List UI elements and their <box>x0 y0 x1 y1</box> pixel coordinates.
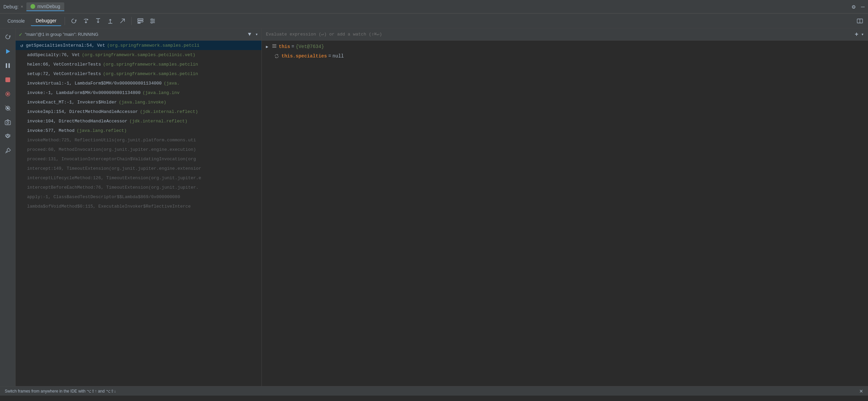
toolbar-separator-2 <box>131 17 132 25</box>
frame-item[interactable]: invokeExact_MT:-1, Invokers$Holder (java… <box>16 97 261 107</box>
tab-label: mvnDebug <box>37 4 60 9</box>
frame-item[interactable]: lambda$ofVoidMethod$0:115, ExecutableInv… <box>16 202 261 211</box>
frame-item[interactable]: setup:72, VetControllerTests (org.spring… <box>16 69 261 78</box>
sidebar-stop-icon[interactable] <box>2 74 13 85</box>
frame-method: invoke:104, DirectMethodHandleAccessor <box>27 119 127 124</box>
debug-tab[interactable]: mvnDebug <box>26 2 64 11</box>
svg-point-27 <box>7 122 9 124</box>
svg-rect-30 <box>272 44 276 45</box>
frames-button[interactable] <box>135 16 146 26</box>
step-over-button[interactable] <box>81 16 91 26</box>
step-into-button[interactable] <box>93 16 104 26</box>
frame-item[interactable]: apply:-1, ClassBasedTestDescriptor$$Lamb… <box>16 192 261 202</box>
sidebar-camera-icon[interactable] <box>2 117 13 128</box>
svg-rect-20 <box>5 77 10 82</box>
svg-rect-7 <box>138 21 143 22</box>
top-bar: Debug: ✕ mvnDebug ⚙ — <box>0 0 868 14</box>
frames-list[interactable]: ↺ getSpecialtiesInternal:54, Vet (org.sp… <box>16 41 261 386</box>
tab-console[interactable]: Console <box>3 16 29 26</box>
frame-method-muted: interceptLifecycleMethod:126, TimeoutExt… <box>27 175 149 181</box>
frame-item[interactable]: intercept:149, TimeoutExtension (org.jun… <box>16 164 261 173</box>
thread-header: ✓ "main"@1 in group "main": RUNNING ▼ ▾ <box>16 28 261 41</box>
top-right-icons: ⚙ — <box>852 3 865 10</box>
run-to-cursor-button[interactable] <box>117 16 128 26</box>
frame-method: invokeImpl:154, DirectMethodHandleAccess… <box>27 109 138 114</box>
var-list-icon <box>272 44 277 50</box>
vars-list[interactable]: ▶ this = {Vet@7634} <box>262 41 868 386</box>
frame-class-muted: (org.junit.jupiter.engine.execution) <box>101 147 196 152</box>
frame-class: (org.springframework.samples.petclin <box>103 62 198 67</box>
frame-item[interactable]: ↺ getSpecialtiesInternal:54, Vet (org.sp… <box>16 41 261 50</box>
eval-input[interactable] <box>266 32 852 37</box>
frame-item[interactable]: interceptBeforeEachMethod:76, TimeoutExt… <box>16 183 261 192</box>
thread-dropdown-icon[interactable]: ▾ <box>255 31 258 37</box>
frame-item[interactable]: invokeImpl:154, DirectMethodHandleAccess… <box>16 107 261 116</box>
frame-arrow-icon: ↺ <box>20 43 23 48</box>
frame-method: setup:72, VetControllerTests <box>27 71 101 76</box>
svg-rect-18 <box>6 63 7 68</box>
eval-dropdown-icon[interactable]: ▾ <box>861 31 864 37</box>
var-loop-icon <box>274 53 279 59</box>
main-content: ✓ "main"@1 in group "main": RUNNING ▼ ▾ … <box>0 28 868 386</box>
var-value-specialties: null <box>333 53 344 59</box>
sidebar-resume-icon[interactable] <box>2 46 13 57</box>
svg-rect-8 <box>138 23 140 23</box>
vars-panel: + ▾ ▶ this = <box>262 28 868 386</box>
rerun-button[interactable] <box>68 16 79 26</box>
frame-method: invoke:577, Method <box>27 128 74 133</box>
frame-class-muted: (org.junit.jupiter.engine.extensior <box>109 166 201 171</box>
frame-method-muted: proceed:60, MethodInvocation <box>27 147 101 152</box>
svg-rect-26 <box>5 121 10 125</box>
tab-debugger[interactable]: Debugger <box>31 16 61 26</box>
svg-point-28 <box>7 136 9 138</box>
svg-rect-31 <box>272 46 276 46</box>
var-expand-icon[interactable]: ▶ <box>266 44 270 49</box>
status-bar: Switch frames from anywhere in the IDE w… <box>0 386 868 396</box>
sidebar-breakpoint-icon[interactable] <box>2 89 13 99</box>
sidebar-pause-icon[interactable] <box>2 60 13 71</box>
frame-method-muted: apply:-1, ClassBasedTestDescriptor$$Lamb… <box>27 194 180 199</box>
step-out-button[interactable] <box>105 16 116 26</box>
frame-class: (org.springframework.samples.petclin <box>103 71 198 76</box>
frame-item[interactable]: addSpecialty:76, Vet (org.springframewor… <box>16 50 261 60</box>
var-item-specialties[interactable]: this.specialties = null <box>262 51 868 61</box>
minimize-icon[interactable]: — <box>861 3 865 10</box>
debug-label: Debug: <box>3 4 19 9</box>
toolbar-separator <box>65 17 65 25</box>
frame-item[interactable]: invokeVirtual:-1, LambdaForm$DMH/0x00000… <box>16 78 261 88</box>
sidebar-pin-icon[interactable] <box>2 145 13 156</box>
frame-method: addSpecialty:76, Vet <box>27 52 80 57</box>
settings-list-button[interactable] <box>147 16 158 26</box>
frame-class: (java.lang.inv <box>142 90 179 95</box>
svg-point-25 <box>7 107 9 109</box>
frame-item[interactable]: invoke:577, Method (java.lang.reflect) <box>16 126 261 135</box>
frame-class: (java.lang.reflect) <box>76 128 127 133</box>
debug-panel: ✓ "main"@1 in group "main": RUNNING ▼ ▾ … <box>16 28 868 386</box>
frame-class: (jdk.internal.reflect) <box>140 109 198 114</box>
frame-item[interactable]: proceed:60, MethodInvocation (org.junit.… <box>16 145 261 154</box>
status-close-button[interactable]: ✕ <box>859 388 863 394</box>
expand-panel-button[interactable] <box>854 16 865 26</box>
settings-icon[interactable]: ⚙ <box>852 3 855 10</box>
frames-panel: ✓ "main"@1 in group "main": RUNNING ▼ ▾ … <box>16 28 262 386</box>
frame-item[interactable]: invokeMethod:725, ReflectionUtils (org.j… <box>16 135 261 145</box>
thread-filter-icon[interactable]: ▼ <box>248 31 251 38</box>
eval-add-button[interactable]: + <box>855 31 859 38</box>
debug-tab-close[interactable]: ✕ <box>21 4 23 9</box>
var-item-this[interactable]: ▶ this = {Vet@7634} <box>262 42 868 51</box>
frame-item[interactable]: helen:66, VetControllerTests (org.spring… <box>16 60 261 69</box>
frame-item[interactable]: invoke:-1, LambdaForm$MH/0x0000000801134… <box>16 88 261 97</box>
frame-item[interactable]: interceptLifecycleMethod:126, TimeoutExt… <box>16 173 261 183</box>
svg-rect-32 <box>272 47 276 48</box>
svg-rect-19 <box>8 63 10 68</box>
thread-status-icon: ✓ <box>19 31 22 38</box>
frame-method-muted: invokeMethod:725, ReflectionUtils <box>27 138 114 143</box>
frame-item[interactable]: invoke:104, DirectMethodHandleAccessor (… <box>16 116 261 126</box>
thread-name: "main"@1 in group "main": RUNNING <box>25 32 98 37</box>
frame-class: (org.springframework.samples.petcli <box>107 43 199 48</box>
svg-rect-6 <box>138 19 143 20</box>
frame-item[interactable]: proceed:131, InvocationInterceptorChain$… <box>16 154 261 164</box>
sidebar-mute-icon[interactable] <box>2 103 13 114</box>
sidebar-rerun-icon[interactable] <box>2 32 13 43</box>
sidebar-settings-icon[interactable] <box>2 131 13 142</box>
